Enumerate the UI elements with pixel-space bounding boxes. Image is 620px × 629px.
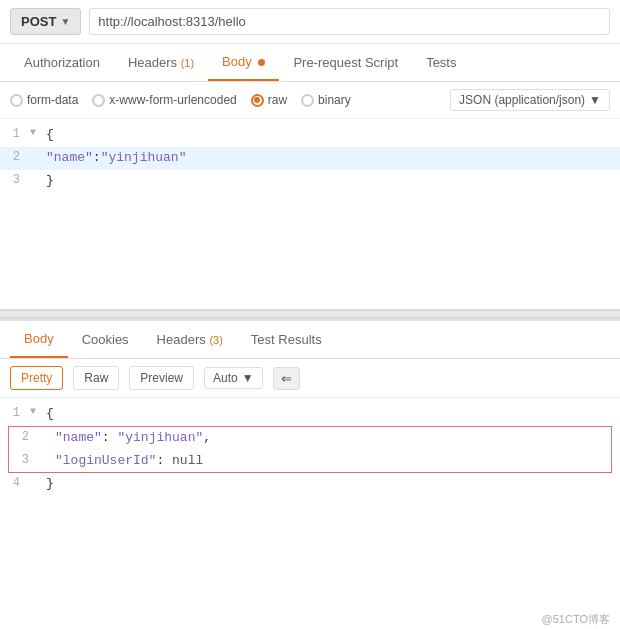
tab-headers[interactable]: Headers (1) [114,45,208,80]
tab-body[interactable]: Body [208,44,279,81]
response-body-viewer: 1 ▼ { 2 "name": "yinjihuan", 3 "loginUse… [0,398,620,501]
toggle-1[interactable]: ▼ [30,125,42,141]
resp-preview-btn[interactable]: Preview [129,366,194,390]
method-chevron-icon: ▼ [60,16,70,27]
bottom-panel: Body Cookies Headers (3) Test Results Pr… [0,318,620,629]
req-line-3: 3 } [0,170,620,193]
resp-tab-cookies[interactable]: Cookies [68,322,143,357]
resp-raw-btn[interactable]: Raw [73,366,119,390]
tab-tests[interactable]: Tests [412,45,470,80]
headers-badge: (1) [181,57,194,69]
method-label: POST [21,14,56,29]
tab-authorization[interactable]: Authorization [10,45,114,80]
binary-option[interactable]: binary [301,93,351,107]
body-options-bar: form-data x-www-form-urlencoded raw bina… [0,82,620,119]
request-tab-bar: Authorization Headers (1) Body Pre-reque… [0,44,620,82]
req-line-2: 2 "name":"yinjihuan" [0,147,620,170]
resp-headers-badge: (3) [209,334,222,346]
resp-toggle-1[interactable]: ▼ [30,404,42,420]
url-bar: POST ▼ [0,0,620,44]
resp-tab-test-results[interactable]: Test Results [237,322,336,357]
watermark: @51CTO博客 [542,612,610,627]
binary-radio [301,94,314,107]
response-tab-bar: Body Cookies Headers (3) Test Results [0,321,620,359]
resp-tab-body[interactable]: Body [10,321,68,358]
top-panel: POST ▼ Authorization Headers (1) Body Pr… [0,0,620,310]
form-data-radio [10,94,23,107]
json-type-chevron-icon: ▼ [589,93,601,107]
json-type-dropdown[interactable]: JSON (application/json) ▼ [450,89,610,111]
method-selector[interactable]: POST ▼ [10,8,81,35]
urlencoded-option[interactable]: x-www-form-urlencoded [92,93,236,107]
resp-auto-dropdown[interactable]: Auto ▼ [204,367,263,389]
resp-line-3: 3 "loginUserId": null [9,450,611,473]
resp-line-2: 2 "name": "yinjihuan", [9,427,611,450]
tab-pre-request-script[interactable]: Pre-request Script [279,45,412,80]
auto-chevron-icon: ▼ [242,371,254,385]
wrap-icon: ⇐ [281,371,292,386]
resp-tab-headers[interactable]: Headers (3) [143,322,237,357]
raw-radio [251,94,264,107]
form-data-option[interactable]: form-data [10,93,78,107]
response-options-bar: Pretty Raw Preview Auto ▼ ⇐ [0,359,620,398]
urlencoded-radio [92,94,105,107]
resp-line-1: 1 ▼ { [0,403,620,426]
resp-pretty-btn[interactable]: Pretty [10,366,63,390]
req-line-1: 1 ▼ { [0,124,620,147]
resp-line-4: 4 } [0,473,620,496]
url-input[interactable] [89,8,610,35]
panel-divider [0,310,620,318]
resp-wrap-btn[interactable]: ⇐ [273,367,300,390]
request-body-editor[interactable]: 1 ▼ { 2 "name":"yinjihuan" 3 } [0,119,620,197]
raw-option[interactable]: raw [251,93,287,107]
body-dot-indicator [258,59,265,66]
